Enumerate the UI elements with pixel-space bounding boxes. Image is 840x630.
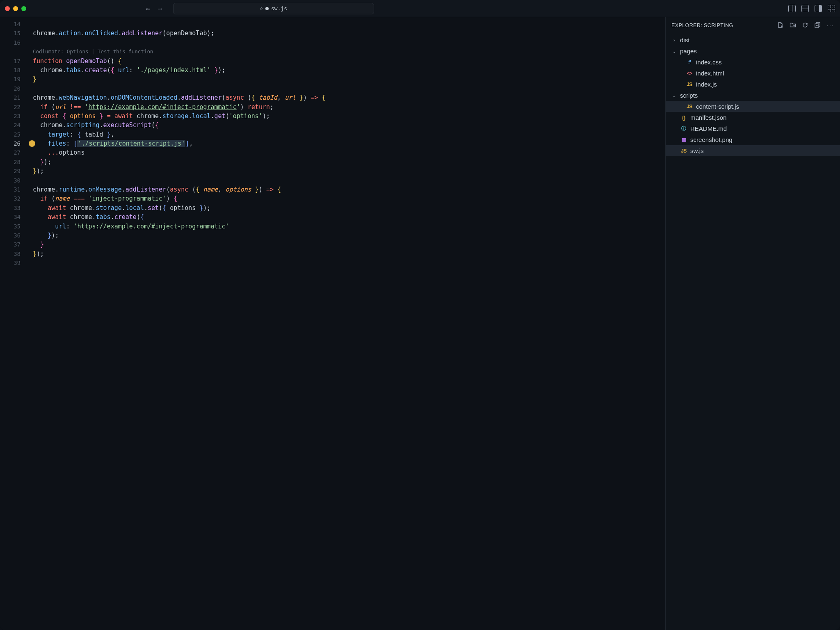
workbench-body: 141516 171819202122232425262728293031323… — [0, 17, 840, 630]
tree-item-label: manifest.json — [690, 114, 726, 121]
tree-folder[interactable]: ⌄scripts — [666, 90, 840, 101]
line-number: 37 — [0, 240, 21, 249]
new-file-button[interactable] — [777, 22, 784, 30]
chevron-right-icon: › — [671, 37, 677, 43]
more-actions-button[interactable]: ··· — [826, 22, 834, 30]
md-file-icon: ⓘ — [680, 125, 687, 132]
explorer-title: EXPLORER: SCRIPTING — [671, 23, 733, 28]
tree-file[interactable]: ▦screenshot.png — [666, 134, 840, 145]
refresh-button[interactable] — [802, 22, 808, 30]
js-file-icon: JS — [686, 82, 693, 87]
tree-file[interactable]: #index.css — [666, 57, 840, 68]
line-number: 35 — [0, 222, 21, 231]
js-file-icon: JS — [680, 148, 687, 154]
minimize-window-button[interactable] — [13, 6, 18, 11]
line-number: 16 — [0, 38, 21, 47]
explorer-actions: ··· — [777, 22, 834, 30]
tree-item-label: content-script.js — [696, 103, 739, 110]
nav-forward-button[interactable]: → — [158, 5, 162, 12]
tree-file[interactable]: ⓘREADME.md — [666, 123, 840, 134]
codelens[interactable]: Codiumate: Options | Test this function — [33, 47, 665, 56]
tree-item-label: README.md — [690, 125, 727, 132]
explorer-panel: EXPLORER: SCRIPTING ··· — [665, 17, 840, 630]
tree-item-label: sw.js — [690, 147, 704, 154]
toggle-secondary-sidebar-button[interactable] — [815, 5, 822, 12]
tree-item-label: pages — [680, 48, 697, 55]
tree-folder[interactable]: ⌄pages — [666, 46, 840, 57]
line-number: 32 — [0, 194, 21, 203]
tree-item-label: index.html — [696, 70, 724, 77]
explorer-header: EXPLORER: SCRIPTING ··· — [666, 17, 840, 34]
css-file-icon: # — [686, 59, 693, 65]
tree-file[interactable]: JScontent-script.js — [666, 101, 840, 112]
line-number: 39 — [0, 258, 21, 267]
new-folder-button[interactable] — [790, 22, 796, 30]
line-number: 14 — [0, 20, 21, 29]
customize-layout-button[interactable] — [828, 5, 835, 12]
tree-item-label: index.css — [696, 59, 722, 66]
tree-item-label: scripts — [680, 92, 698, 99]
layout-controls — [788, 5, 835, 12]
tree-file[interactable]: <>index.html — [666, 68, 840, 79]
line-number: 23 — [0, 112, 21, 121]
line-number: 29 — [0, 167, 21, 176]
toggle-primary-sidebar-button[interactable] — [788, 5, 796, 12]
line-number: 19 — [0, 75, 21, 84]
line-number: 22 — [0, 103, 21, 112]
editor-window: ← → ⌕ sw.js 141516 171819202122232425262… — [0, 0, 840, 630]
nav-back-button[interactable]: ← — [146, 5, 151, 12]
tree-folder[interactable]: ›dist — [666, 34, 840, 46]
open-file-name: sw.js — [271, 5, 287, 11]
collapse-all-button[interactable] — [814, 22, 821, 30]
tree-item-label: screenshot.png — [690, 136, 733, 143]
chevron-down-icon: ⌄ — [671, 93, 677, 98]
line-number: 34 — [0, 212, 21, 221]
line-number: 33 — [0, 203, 21, 212]
line-number: 28 — [0, 158, 21, 167]
tree-file[interactable]: JSindex.js — [666, 79, 840, 90]
command-center[interactable]: ⌕ sw.js — [173, 3, 374, 14]
search-icon: ⌕ — [260, 5, 263, 11]
line-number: 21 — [0, 93, 21, 102]
line-number: 18 — [0, 66, 21, 75]
line-number: 26 — [0, 139, 21, 148]
tree-item-label: index.js — [696, 81, 717, 88]
chevron-down-icon: ⌄ — [671, 48, 677, 54]
toggle-panel-button[interactable] — [801, 5, 809, 12]
tree-file[interactable]: JSsw.js — [666, 145, 840, 156]
line-number: 27 — [0, 148, 21, 157]
html-file-icon: <> — [686, 71, 693, 76]
line-number: 15 — [0, 29, 21, 38]
close-window-button[interactable] — [5, 6, 10, 11]
window-controls — [5, 6, 26, 11]
json-file-icon: {} — [680, 115, 687, 121]
titlebar: ← → ⌕ sw.js — [0, 0, 840, 17]
line-number: 30 — [0, 176, 21, 185]
img-file-icon: ▦ — [680, 137, 687, 143]
line-number: 17 — [0, 57, 21, 66]
line-number: 31 — [0, 185, 21, 194]
line-number: 20 — [0, 84, 21, 93]
tree-file[interactable]: {}manifest.json — [666, 112, 840, 123]
zoom-window-button[interactable] — [21, 6, 26, 11]
line-number: 36 — [0, 231, 21, 240]
history-nav: ← → — [146, 5, 162, 12]
tree-item-label: dist — [680, 37, 689, 43]
js-file-icon: JS — [686, 104, 693, 110]
line-number: 24 — [0, 121, 21, 130]
code-editor[interactable]: 141516 171819202122232425262728293031323… — [0, 17, 665, 630]
dirty-indicator-icon — [265, 7, 269, 10]
file-tree: ›dist⌄pages#index.css<>index.htmlJSindex… — [666, 34, 840, 630]
code-content[interactable]: chrome.action.onClicked.addListener(open… — [25, 17, 665, 630]
line-number-gutter: 141516 171819202122232425262728293031323… — [0, 17, 25, 630]
line-number: 25 — [0, 130, 21, 139]
line-number: 38 — [0, 249, 21, 258]
